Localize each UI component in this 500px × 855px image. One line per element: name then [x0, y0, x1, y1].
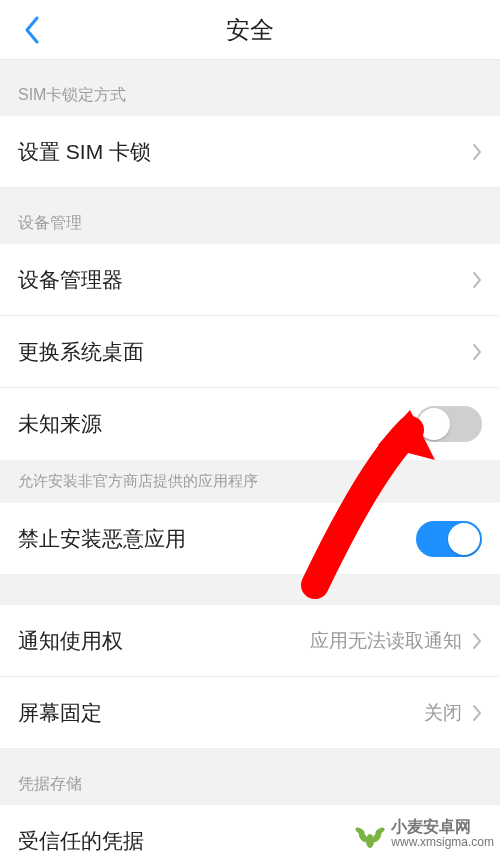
toggle-unknown-sources[interactable] — [416, 406, 482, 442]
section-header-sim: SIM卡锁定方式 — [0, 60, 500, 116]
page-title: 安全 — [226, 14, 274, 46]
back-button[interactable] — [12, 0, 52, 60]
svg-point-1 — [366, 834, 374, 848]
row-change-launcher[interactable]: 更换系统桌面 — [0, 316, 500, 388]
back-icon — [23, 15, 41, 45]
row-notification-access[interactable]: 通知使用权 应用无法读取通知 — [0, 605, 500, 677]
chevron-right-icon — [472, 704, 482, 722]
spacer — [0, 575, 500, 605]
row-label: 设备管理器 — [18, 266, 472, 294]
watermark-title: 小麦安卓网 — [391, 818, 471, 836]
row-sim-lock[interactable]: 设置 SIM 卡锁 — [0, 116, 500, 188]
row-device-admin[interactable]: 设备管理器 — [0, 244, 500, 316]
logo-icon — [355, 819, 385, 849]
section-header-credentials: 凭据存储 — [0, 749, 500, 805]
row-unknown-sources[interactable]: 未知来源 — [0, 388, 500, 460]
chevron-right-icon — [472, 271, 482, 289]
chevron-right-icon — [472, 343, 482, 361]
watermark: 小麦安卓网 www.xmsigma.com — [355, 818, 494, 849]
row-label: 未知来源 — [18, 410, 416, 438]
note-unknown-sources: 允许安装非官方商店提供的应用程序 — [0, 460, 500, 503]
row-value: 关闭 — [424, 700, 462, 726]
toggle-knob — [448, 523, 480, 555]
header-bar: 安全 — [0, 0, 500, 60]
row-label: 通知使用权 — [18, 627, 310, 655]
row-label: 设置 SIM 卡锁 — [18, 138, 472, 166]
row-block-malware[interactable]: 禁止安装恶意应用 — [0, 503, 500, 575]
toggle-block-malware[interactable] — [416, 521, 482, 557]
chevron-right-icon — [472, 632, 482, 650]
watermark-url: www.xmsigma.com — [391, 836, 494, 849]
row-label: 屏幕固定 — [18, 699, 424, 727]
section-header-device: 设备管理 — [0, 188, 500, 244]
row-value: 应用无法读取通知 — [310, 628, 462, 654]
row-label: 更换系统桌面 — [18, 338, 472, 366]
toggle-knob — [418, 408, 450, 440]
row-screen-pinning[interactable]: 屏幕固定 关闭 — [0, 677, 500, 749]
row-label: 禁止安装恶意应用 — [18, 525, 416, 553]
chevron-right-icon — [472, 143, 482, 161]
